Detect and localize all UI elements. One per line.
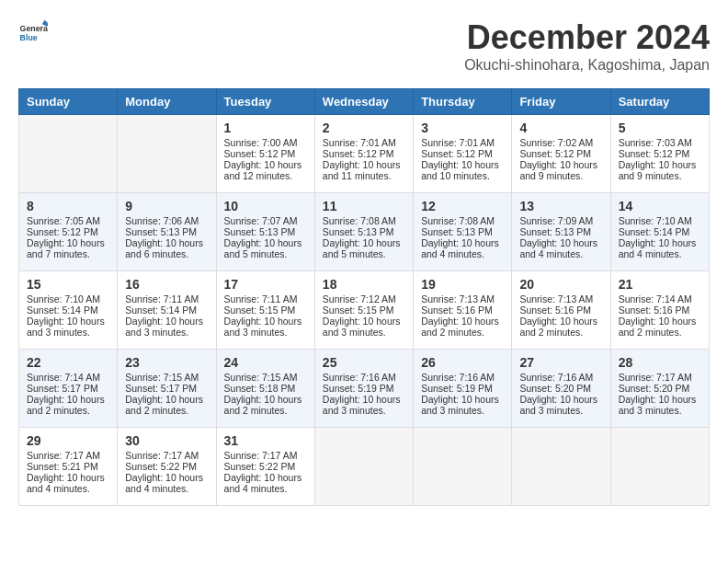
calendar-cell: 1 Sunrise: 7:00 AM Sunset: 5:12 PM Dayli… bbox=[216, 115, 314, 193]
daylight: Daylight: 10 hours and 5 minutes. bbox=[323, 237, 401, 259]
calendar-cell bbox=[19, 115, 118, 193]
sunset: Sunset: 5:19 PM bbox=[421, 383, 493, 394]
calendar-body: 1 Sunrise: 7:00 AM Sunset: 5:12 PM Dayli… bbox=[19, 115, 710, 506]
calendar-cell: 23 Sunrise: 7:15 AM Sunset: 5:17 PM Dayl… bbox=[118, 350, 216, 428]
sunset: Sunset: 5:18 PM bbox=[224, 383, 296, 394]
calendar-week-1: 8 Sunrise: 7:05 AM Sunset: 5:12 PM Dayli… bbox=[19, 193, 710, 271]
col-monday: Monday bbox=[118, 89, 216, 115]
day-number: 3 bbox=[421, 121, 504, 135]
sunset: Sunset: 5:15 PM bbox=[323, 304, 394, 316]
sunrise: Sunrise: 7:15 AM bbox=[125, 372, 199, 383]
calendar-cell: 10 Sunrise: 7:07 AM Sunset: 5:13 PM Dayl… bbox=[216, 193, 314, 271]
sunrise: Sunrise: 7:17 AM bbox=[224, 450, 298, 461]
sunset: Sunset: 5:17 PM bbox=[27, 383, 98, 394]
daylight: Daylight: 10 hours and 11 minutes. bbox=[323, 159, 401, 181]
sunset: Sunset: 5:13 PM bbox=[421, 226, 493, 237]
calendar-title: December 2024 bbox=[464, 18, 710, 57]
day-number: 19 bbox=[421, 277, 504, 292]
day-number: 28 bbox=[619, 355, 701, 370]
sunset: Sunset: 5:20 PM bbox=[519, 383, 591, 394]
sunset: Sunset: 5:15 PM bbox=[224, 304, 296, 316]
sunrise: Sunrise: 7:13 AM bbox=[421, 293, 495, 304]
day-number: 13 bbox=[519, 199, 602, 213]
sunset: Sunset: 5:13 PM bbox=[323, 226, 394, 237]
sunrise: Sunrise: 7:01 AM bbox=[323, 137, 396, 148]
calendar-table: Sunday Monday Tuesday Wednesday Thursday… bbox=[18, 88, 710, 506]
calendar-cell: 3 Sunrise: 7:01 AM Sunset: 5:12 PM Dayli… bbox=[414, 115, 512, 193]
calendar-cell: 31 Sunrise: 7:17 AM Sunset: 5:22 PM Dayl… bbox=[216, 428, 314, 506]
daylight: Daylight: 10 hours and 4 minutes. bbox=[619, 237, 697, 259]
day-number: 4 bbox=[519, 121, 602, 135]
calendar-cell: 25 Sunrise: 7:16 AM Sunset: 5:19 PM Dayl… bbox=[314, 350, 413, 428]
day-number: 16 bbox=[125, 277, 208, 292]
calendar-cell: 14 Sunrise: 7:10 AM Sunset: 5:14 PM Dayl… bbox=[610, 193, 709, 271]
daylight: Daylight: 10 hours and 3 minutes. bbox=[421, 394, 499, 416]
day-number: 5 bbox=[619, 121, 701, 135]
sunset: Sunset: 5:13 PM bbox=[224, 226, 296, 237]
sunrise: Sunrise: 7:13 AM bbox=[519, 293, 593, 304]
sunrise: Sunrise: 7:06 AM bbox=[125, 215, 199, 226]
col-saturday: Saturday bbox=[610, 89, 709, 115]
daylight: Daylight: 10 hours and 12 minutes. bbox=[224, 159, 302, 181]
calendar-cell: 8 Sunrise: 7:05 AM Sunset: 5:12 PM Dayli… bbox=[19, 193, 118, 271]
daylight: Daylight: 10 hours and 3 minutes. bbox=[519, 394, 597, 416]
daylight: Daylight: 10 hours and 10 minutes. bbox=[421, 159, 499, 181]
calendar-cell bbox=[414, 428, 512, 506]
calendar-cell: 13 Sunrise: 7:09 AM Sunset: 5:13 PM Dayl… bbox=[512, 193, 610, 271]
daylight: Daylight: 10 hours and 4 minutes. bbox=[27, 472, 105, 494]
day-number: 21 bbox=[619, 277, 701, 292]
daylight: Daylight: 10 hours and 3 minutes. bbox=[125, 316, 203, 338]
calendar-cell bbox=[118, 115, 216, 193]
day-number: 9 bbox=[125, 199, 208, 213]
daylight: Daylight: 10 hours and 6 minutes. bbox=[125, 237, 203, 259]
calendar-cell: 28 Sunrise: 7:17 AM Sunset: 5:20 PM Dayl… bbox=[610, 350, 709, 428]
sunrise: Sunrise: 7:01 AM bbox=[421, 137, 495, 148]
calendar-cell bbox=[610, 428, 709, 506]
day-number: 1 bbox=[224, 121, 307, 135]
sunrise: Sunrise: 7:03 AM bbox=[619, 137, 692, 148]
calendar-week-3: 22 Sunrise: 7:14 AM Sunset: 5:17 PM Dayl… bbox=[19, 350, 710, 428]
day-number: 25 bbox=[323, 355, 405, 370]
calendar-cell: 19 Sunrise: 7:13 AM Sunset: 5:16 PM Dayl… bbox=[414, 271, 512, 350]
sunrise: Sunrise: 7:16 AM bbox=[323, 372, 396, 383]
sunset: Sunset: 5:19 PM bbox=[323, 383, 394, 394]
sunset: Sunset: 5:21 PM bbox=[27, 461, 98, 472]
daylight: Daylight: 10 hours and 3 minutes. bbox=[27, 316, 105, 338]
daylight: Daylight: 10 hours and 9 minutes. bbox=[619, 159, 697, 181]
daylight: Daylight: 10 hours and 2 minutes. bbox=[224, 394, 302, 416]
sunset: Sunset: 5:14 PM bbox=[125, 304, 197, 316]
day-number: 27 bbox=[519, 355, 602, 370]
sunrise: Sunrise: 7:10 AM bbox=[619, 215, 692, 226]
day-number: 8 bbox=[27, 199, 109, 213]
sunset: Sunset: 5:12 PM bbox=[519, 148, 591, 159]
calendar-cell: 22 Sunrise: 7:14 AM Sunset: 5:17 PM Dayl… bbox=[19, 350, 118, 428]
calendar-cell: 17 Sunrise: 7:11 AM Sunset: 5:15 PM Dayl… bbox=[216, 271, 314, 350]
daylight: Daylight: 10 hours and 5 minutes. bbox=[224, 237, 302, 259]
calendar-cell: 26 Sunrise: 7:16 AM Sunset: 5:19 PM Dayl… bbox=[414, 350, 512, 428]
sunrise: Sunrise: 7:14 AM bbox=[619, 293, 692, 304]
day-number: 20 bbox=[519, 277, 602, 292]
sunrise: Sunrise: 7:15 AM bbox=[224, 372, 298, 383]
calendar-cell: 21 Sunrise: 7:14 AM Sunset: 5:16 PM Dayl… bbox=[610, 271, 709, 350]
sunset: Sunset: 5:17 PM bbox=[125, 383, 197, 394]
svg-text:General: General bbox=[20, 24, 48, 33]
daylight: Daylight: 10 hours and 2 minutes. bbox=[421, 316, 499, 338]
day-number: 26 bbox=[421, 355, 504, 370]
col-sunday: Sunday bbox=[19, 89, 118, 115]
sunset: Sunset: 5:20 PM bbox=[619, 383, 690, 394]
day-number: 29 bbox=[27, 433, 109, 448]
daylight: Daylight: 10 hours and 2 minutes. bbox=[27, 394, 105, 416]
sunrise: Sunrise: 7:17 AM bbox=[125, 450, 199, 461]
sunrise: Sunrise: 7:09 AM bbox=[519, 215, 593, 226]
day-number: 23 bbox=[125, 355, 208, 370]
calendar-week-0: 1 Sunrise: 7:00 AM Sunset: 5:12 PM Dayli… bbox=[19, 115, 710, 193]
calendar-cell: 27 Sunrise: 7:16 AM Sunset: 5:20 PM Dayl… bbox=[512, 350, 610, 428]
sunrise: Sunrise: 7:11 AM bbox=[224, 293, 298, 304]
col-wednesday: Wednesday bbox=[314, 89, 413, 115]
daylight: Daylight: 10 hours and 2 minutes. bbox=[519, 316, 597, 338]
header-row: Sunday Monday Tuesday Wednesday Thursday… bbox=[19, 89, 710, 115]
sunrise: Sunrise: 7:17 AM bbox=[27, 450, 100, 461]
calendar-cell: 20 Sunrise: 7:13 AM Sunset: 5:16 PM Dayl… bbox=[512, 271, 610, 350]
day-number: 10 bbox=[224, 199, 307, 213]
calendar-cell bbox=[314, 428, 413, 506]
